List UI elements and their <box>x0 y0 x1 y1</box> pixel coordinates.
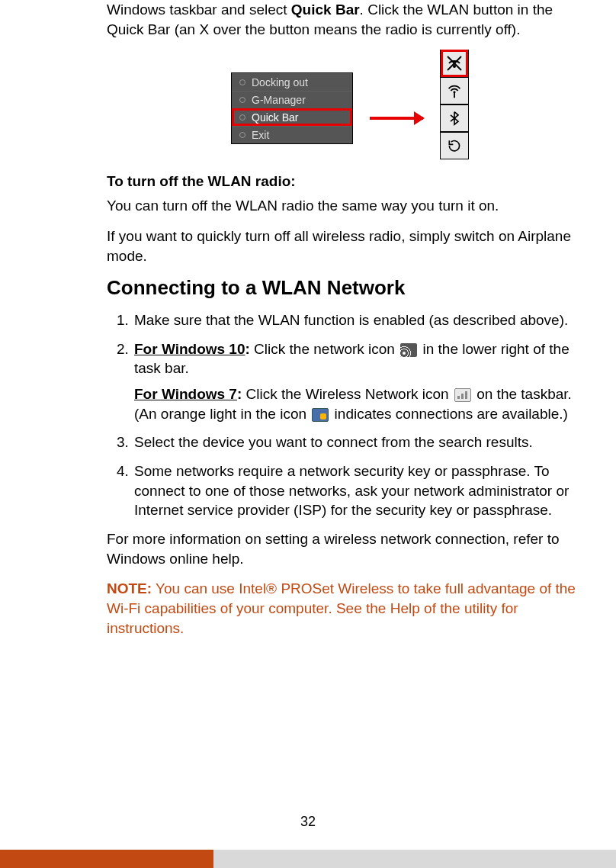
bluetooth-icon <box>447 110 462 127</box>
note: NOTE: You can use Intel® PROSet Wireless… <box>107 579 593 638</box>
network-icon <box>400 343 417 357</box>
menu-item-label: Exit <box>252 129 269 141</box>
menu-item-docking-out[interactable]: Docking out <box>232 73 352 91</box>
intro-pre: Windows taskbar and select <box>107 2 291 18</box>
rotate-icon <box>447 138 462 153</box>
wireless-available-icon <box>312 408 329 422</box>
turn-off-p2: If you want to quickly turn off all wire… <box>107 227 593 265</box>
step-4: Some networks require a network security… <box>133 461 593 520</box>
page-number: 32 <box>0 814 616 830</box>
wlan-x-icon <box>445 54 464 72</box>
footer-stripe-accent <box>0 850 213 868</box>
radio-icon <box>239 79 245 85</box>
menu-item-quick-bar[interactable]: Quick Bar <box>232 108 352 126</box>
step-1: Make sure that the WLAN function is enab… <box>133 310 593 330</box>
context-menu: Docking out G-Manager Quick Bar Exit <box>231 72 353 144</box>
step-2: For Windows 10: Click the network icon i… <box>133 339 593 424</box>
arrow-icon <box>370 117 423 120</box>
step-2-w7-post: indicates connections are available.) <box>330 406 568 422</box>
menu-item-exit[interactable]: Exit <box>232 126 352 143</box>
menu-item-g-manager[interactable]: G-Manager <box>232 91 352 108</box>
step-1-text: Make sure that the WLAN function is enab… <box>134 312 568 328</box>
note-label: NOTE: <box>107 580 152 596</box>
closing-paragraph: For more information on setting a wirele… <box>107 529 593 568</box>
step-2-w7-label: For Windows 7 <box>134 386 237 402</box>
wireless-network-icon <box>454 388 471 402</box>
connecting-heading: Connecting to a WLAN Network <box>107 276 593 300</box>
menu-item-label: Quick Bar <box>252 111 298 124</box>
radio-icon <box>239 132 245 138</box>
quick-bar-toolbar <box>440 50 469 159</box>
step-2-w10-pre: Click the network icon <box>250 341 399 357</box>
step-3-text: Select the device you want to connect fr… <box>134 434 533 450</box>
step-4-text: Some networks require a network security… <box>134 463 569 518</box>
radio-icon <box>239 97 245 103</box>
arrow-indicator <box>370 50 423 156</box>
antenna-button[interactable] <box>441 77 468 104</box>
turn-off-p1: You can turn off the WLAN radio the same… <box>107 196 593 216</box>
bluetooth-button[interactable] <box>441 104 468 132</box>
step-2-w7-pre: Click the Wireless Network icon <box>242 386 453 402</box>
step-3: Select the device you want to connect fr… <box>133 432 593 452</box>
menu-item-label: Docking out <box>252 76 308 88</box>
note-text: You can use Intel® PROSet Wireless to ta… <box>107 580 576 635</box>
intro-paragraph: Windows taskbar and select Quick Bar. Cl… <box>107 0 593 39</box>
turn-off-heading: To turn off the WLAN radio: <box>107 173 593 190</box>
wlan-button[interactable] <box>441 50 468 77</box>
intro-bold-quickbar: Quick Bar <box>291 2 360 18</box>
footer-stripe-grey <box>213 850 616 868</box>
footer-stripe <box>0 850 616 868</box>
antenna-icon <box>446 82 463 99</box>
radio-icon <box>239 114 245 121</box>
rotate-button[interactable] <box>441 132 468 159</box>
steps-list: Make sure that the WLAN function is enab… <box>107 310 593 520</box>
step-2-w10-label: For Windows 10 <box>134 341 245 357</box>
figure: Docking out G-Manager Quick Bar Exit <box>107 50 593 159</box>
menu-item-label: G-Manager <box>252 94 306 106</box>
step-2-w7-block: For Windows 7: Click the Wireless Networ… <box>134 384 593 423</box>
